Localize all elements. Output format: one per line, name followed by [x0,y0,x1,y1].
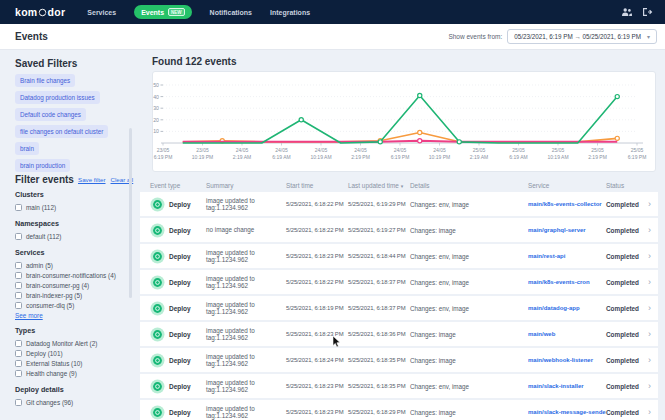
status-badge: Completed [606,331,648,338]
nav-item-label: Services [87,9,116,16]
start-time-cell: 5/25/2021, 6:18:22 PM [286,279,348,285]
filter-option[interactable]: admin (5) [15,260,135,270]
table-row[interactable]: Deployimage updated to tag:1.1234.9625/2… [140,192,658,216]
column-header-last-updated-time[interactable]: Last updated time▾ [348,182,410,189]
service-link[interactable]: main/webhook-listener [528,357,606,363]
column-header-status[interactable]: Status [606,182,648,189]
logo-text-right: dor [48,6,66,18]
svg-text:25/056:19 PM: 25/056:19 PM [628,147,647,160]
table-row[interactable]: Deployimage updated to tag:1.1234.9625/2… [140,244,658,268]
team-icon[interactable] [621,7,633,17]
saved-filter-chip[interactable]: Brain file changes [15,74,75,87]
table-row[interactable]: Deployimage updated to tag:1.1234.9625/2… [140,322,658,346]
service-link[interactable]: main/slack-message-sender [528,409,606,415]
start-time-cell: 5/25/2021, 6:18:24 PM [286,357,348,363]
column-header-event-type[interactable]: Event type [150,182,206,189]
filter-groups: Clustersmain (112)Namespacesdefault (112… [15,190,135,414]
save-filter-link[interactable]: Save filter [78,176,106,183]
nav-item-integrations[interactable]: Integrations [270,9,310,16]
column-header-details[interactable]: Details [410,182,528,189]
row-chevron-icon[interactable]: › [648,408,658,417]
checkbox[interactable] [15,399,22,406]
saved-filter-chip[interactable]: brain [15,142,39,155]
saved-filters-list: Brain file changesDatadog production iss… [15,74,133,176]
service-link[interactable]: main/graphql-server [528,227,606,233]
filter-group-deploy-details: Deploy detailsGit changes (96) [15,385,135,407]
checkbox[interactable] [15,272,22,279]
service-link[interactable]: main/datadog-app [528,305,606,311]
checkbox[interactable] [15,370,22,377]
checkbox[interactable] [15,262,22,269]
summary-cell: image updated to tag:1.1234.962 [206,353,286,368]
column-header-service[interactable]: Service [528,182,606,189]
filter-option[interactable]: Health change (9) [15,368,135,378]
filter-option[interactable]: Datadog Monitor Alert (2) [15,338,135,348]
start-time-cell: 5/25/2021, 6:18:23 PM [286,409,348,415]
summary-cell: image updated to tag:1.1234.962 [206,379,286,394]
event-type-cell: Deploy [150,405,206,420]
filter-option[interactable]: External Status (10) [15,358,135,368]
events-chart-card: 102030405023/056:19 PM23/0510:19 PM24/05… [152,71,656,172]
filter-option[interactable]: main (112) [15,202,135,212]
checkbox[interactable] [15,282,22,289]
row-chevron-icon[interactable]: › [648,356,658,365]
row-chevron-icon[interactable]: › [648,330,658,339]
table-row[interactable]: Deployimage updated to tag:1.1234.9625/2… [140,374,658,398]
row-chevron-icon[interactable]: › [648,382,658,391]
table-row[interactable]: Deployno image change5/25/2021, 6:18:22 … [140,218,658,242]
table-row[interactable]: Deployimage updated to tag:1.1234.9625/2… [140,296,658,320]
saved-filter-chip[interactable]: Default code changes [15,108,86,121]
checkbox[interactable] [15,340,22,347]
deploy-event-icon [150,379,165,394]
checkbox[interactable] [15,350,22,357]
filter-option[interactable]: consumer-dlq (5) [15,300,135,310]
event-type-cell: Deploy [150,301,206,316]
nav-item-notifications[interactable]: Notifications [210,9,252,16]
table-row[interactable]: Deployimage updated to tag:1.1234.9625/2… [140,348,658,372]
nav-item-events[interactable]: EventsNEW [134,5,191,19]
checkbox[interactable] [15,360,22,367]
summary-cell: image updated to tag:1.1234.962 [206,197,286,212]
svg-text:24/056:19 PM: 24/056:19 PM [391,147,410,160]
column-header-summary[interactable]: Summary [206,182,286,189]
sidebar-scrollbar[interactable] [129,128,132,298]
filter-option[interactable]: brain-consumer-pg (4) [15,280,135,290]
checkbox[interactable] [15,292,22,299]
row-chevron-icon[interactable]: › [648,226,658,235]
checkbox[interactable] [15,204,22,211]
series-orange-marker [615,136,619,140]
filter-group-title: Deploy details [15,385,135,394]
service-link[interactable]: main/k8s-events-cron [528,279,606,285]
row-chevron-icon[interactable]: › [648,278,658,287]
checkbox[interactable] [15,302,22,309]
service-link[interactable]: main/web [528,331,606,337]
saved-filter-chip[interactable]: Datadog production issues [15,91,100,104]
saved-filter-chip[interactable]: brain production [15,159,70,172]
details-cell: Changes: image [410,331,528,338]
logout-icon[interactable] [642,7,653,17]
table-row[interactable]: Deployimage updated to tag:1.1234.9625/2… [140,270,658,294]
filter-group-title: Services [15,248,135,257]
row-chevron-icon[interactable]: › [648,304,658,313]
filter-option[interactable]: brain-indexer-pg (5) [15,290,135,300]
filter-option[interactable]: default (112) [15,231,135,241]
summary-cell: image updated to tag:1.1234.962 [206,301,286,316]
komodor-logo[interactable]: kom dor [15,6,65,18]
service-link[interactable]: main/k8s-events-collector [528,201,606,207]
row-chevron-icon[interactable]: › [648,200,658,209]
nav-item-services[interactable]: Services [87,9,116,16]
service-link[interactable]: main/rest-api [528,253,606,259]
service-link[interactable]: main/slack-installer [528,383,606,389]
date-range-select[interactable]: 05/23/2021, 6:19 PM → 05/25/2021, 6:19 P… [507,29,657,44]
filter-option[interactable]: Deploy (101) [15,348,135,358]
table-row[interactable]: Deployimage updated to tag:1.1234.9625/2… [140,400,658,420]
row-chevron-icon[interactable]: › [648,252,658,261]
filter-option[interactable]: Git changes (96) [15,397,135,407]
saved-filter-chip[interactable]: file changes on default cluster [15,125,108,138]
column-header-start-time[interactable]: Start time [286,182,348,189]
main-nav: ServicesEventsNEWNotificationsIntegratio… [87,5,310,19]
checkbox[interactable] [15,233,22,240]
see-more-link[interactable]: See more [15,312,135,319]
status-badge: Completed [606,279,648,286]
filter-option[interactable]: brain-consumer-notifications (4) [15,270,135,280]
